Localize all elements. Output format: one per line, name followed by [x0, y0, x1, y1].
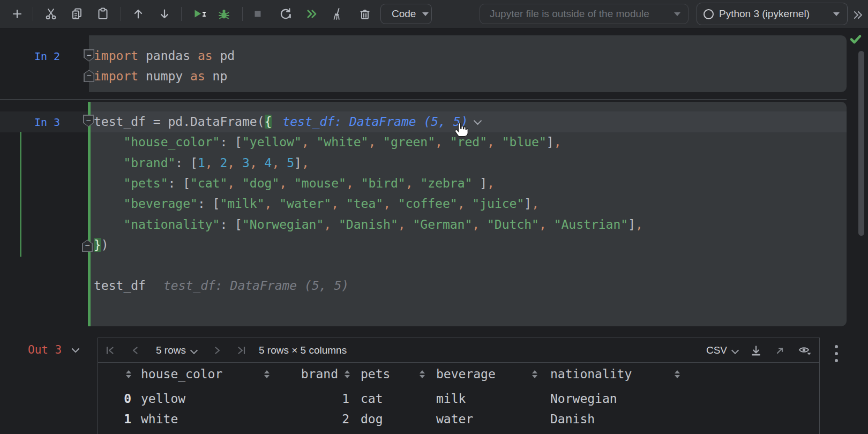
- table-cell[interactable]: yellow: [134, 392, 274, 406]
- add-cell-icon[interactable]: [10, 6, 25, 21]
- code-token: pd: [213, 49, 235, 63]
- row-index-cell[interactable]: 1: [98, 412, 134, 426]
- code-token: ): [101, 238, 109, 252]
- code-token: ,: [331, 197, 339, 211]
- code-token: ,: [279, 176, 287, 190]
- debug-cell-icon[interactable]: [216, 6, 231, 21]
- clear-outputs-broom-icon[interactable]: [330, 6, 345, 21]
- code-token: [272, 197, 279, 211]
- code-token: ,: [205, 156, 213, 170]
- sort-icon[interactable]: [264, 370, 270, 378]
- table-cell[interactable]: milk: [429, 392, 542, 406]
- open-in-new-icon[interactable]: [774, 345, 786, 356]
- toolbar-overflow-icon[interactable]: [851, 8, 865, 23]
- delete-cell-trash-icon[interactable]: [357, 6, 372, 21]
- export-format-dropdown[interactable]: CSV: [706, 345, 738, 356]
- variable-inlay-hint[interactable]: test_df: DataFrame (5, 5): [282, 115, 468, 129]
- restart-kernel-icon[interactable]: [278, 6, 293, 21]
- code-token: ,: [227, 156, 235, 170]
- code-token: [465, 197, 473, 211]
- code-token: import: [94, 69, 138, 83]
- code-token: [309, 135, 317, 149]
- cut-icon[interactable]: [43, 6, 58, 21]
- code-token: : [: [220, 218, 242, 231]
- code-line[interactable]: "house_color": ["yellow", "white", "gree…: [94, 132, 562, 152]
- sort-icon[interactable]: [126, 370, 131, 378]
- prev-page-icon[interactable]: [129, 344, 142, 357]
- code-line[interactable]: import numpy as np: [94, 66, 227, 86]
- rows-per-page-dropdown[interactable]: 5 rows: [156, 345, 197, 356]
- code-token: test_df = pd.DataFrame(: [94, 115, 265, 129]
- table-cell[interactable]: 1: [274, 392, 354, 406]
- table-dimensions-summary: 5 rows × 5 columns: [259, 345, 347, 356]
- code-line[interactable]: "nationality": ["Norwegian", "Danish", "…: [94, 214, 643, 235]
- table-row[interactable]: 0yellow1catmilkNorwegian: [98, 388, 819, 409]
- code-token: [443, 135, 450, 149]
- table-cell[interactable]: 2: [274, 412, 354, 426]
- paste-icon[interactable]: [95, 6, 110, 21]
- run-cell-icon[interactable]: [191, 6, 208, 21]
- table-cell[interactable]: water: [429, 412, 542, 426]
- code-token: [235, 176, 242, 190]
- code-token: "green": [383, 135, 435, 149]
- table-header-cell[interactable]: beverage: [429, 367, 542, 381]
- column-label: house_color: [141, 367, 222, 381]
- sort-icon[interactable]: [420, 370, 425, 378]
- code-token: "Dutch": [487, 218, 539, 231]
- output-kebab-menu-icon[interactable]: [831, 342, 842, 365]
- code-token: 3: [242, 156, 250, 170]
- export-format-value: CSV: [706, 345, 727, 356]
- column-label: beverage: [436, 367, 496, 381]
- row-index-cell[interactable]: 0: [98, 392, 134, 406]
- code-line[interactable]: test_dftest_df: DataFrame (5, 5): [94, 275, 349, 296]
- code-token: "pets": [123, 176, 168, 190]
- chevron-down-icon[interactable]: [473, 117, 482, 125]
- cell-in-2[interactable]: import pandas as pdimport numpy as np: [89, 35, 847, 92]
- table-header-cell[interactable]: house_color: [134, 367, 274, 381]
- sort-icon[interactable]: [675, 370, 680, 378]
- column-label: nationality: [550, 367, 632, 381]
- view-options-eye-icon[interactable]: [798, 344, 812, 357]
- download-icon[interactable]: [750, 344, 762, 357]
- table-row[interactable]: 1white2dogwaterDanish: [98, 409, 819, 429]
- code-line[interactable]: "beverage": ["milk", "water", "tea", "co…: [94, 193, 539, 214]
- table-cell[interactable]: dog: [354, 412, 429, 426]
- out3-label: Out 3: [28, 343, 62, 356]
- module-warning-dropdown[interactable]: Jupyter file is outside of the module: [480, 4, 689, 24]
- copy-icon[interactable]: [70, 6, 85, 21]
- table-cell[interactable]: cat: [354, 392, 429, 406]
- table-header-cell[interactable]: brand: [274, 367, 354, 381]
- next-page-icon[interactable]: [211, 344, 223, 357]
- stop-icon[interactable]: [250, 6, 265, 21]
- sort-icon[interactable]: [345, 370, 350, 378]
- code-line[interactable]: test_df = pd.DataFrame({test_df: DataFra…: [94, 111, 481, 132]
- editor-scrollbar[interactable]: [858, 51, 864, 236]
- kernel-selector[interactable]: Python 3 (ipykernel): [697, 3, 848, 25]
- first-page-icon[interactable]: [103, 344, 116, 357]
- variable-inlay-hint[interactable]: test_df: DataFrame (5, 5): [163, 279, 349, 293]
- sort-icon[interactable]: [532, 370, 537, 378]
- move-cell-up-icon[interactable]: [131, 6, 146, 21]
- table-header-cell[interactable]: pets: [354, 367, 429, 381]
- code-line[interactable]: "pets": ["cat", "dog", "mouse", "bird", …: [94, 173, 495, 193]
- table-cell[interactable]: Danish: [542, 412, 692, 426]
- table-cell[interactable]: white: [134, 412, 274, 426]
- code-line[interactable]: "brand": [1, 2, 3, 4, 5],: [94, 153, 309, 173]
- table-header-cell[interactable]: nationality: [542, 367, 692, 381]
- cell-type-dropdown[interactable]: Code: [380, 4, 432, 24]
- code-token: ,: [635, 218, 643, 231]
- table-header-cell[interactable]: [98, 370, 134, 378]
- code-line[interactable]: }): [94, 235, 109, 255]
- run-all-icon[interactable]: [304, 6, 319, 21]
- kernel-status-icon: [704, 9, 714, 19]
- code-token: ,: [324, 218, 331, 231]
- code-token: ]: [472, 176, 487, 190]
- out3-collapse-chevron-icon[interactable]: [70, 345, 81, 356]
- code-line[interactable]: import pandas as pd: [94, 46, 235, 66]
- move-cell-down-icon[interactable]: [157, 6, 172, 21]
- code-token: "cat": [190, 176, 227, 190]
- code-token: [94, 197, 123, 211]
- table-cell[interactable]: Norwegian: [542, 392, 692, 406]
- last-page-icon[interactable]: [235, 344, 248, 357]
- code-token: [94, 176, 123, 190]
